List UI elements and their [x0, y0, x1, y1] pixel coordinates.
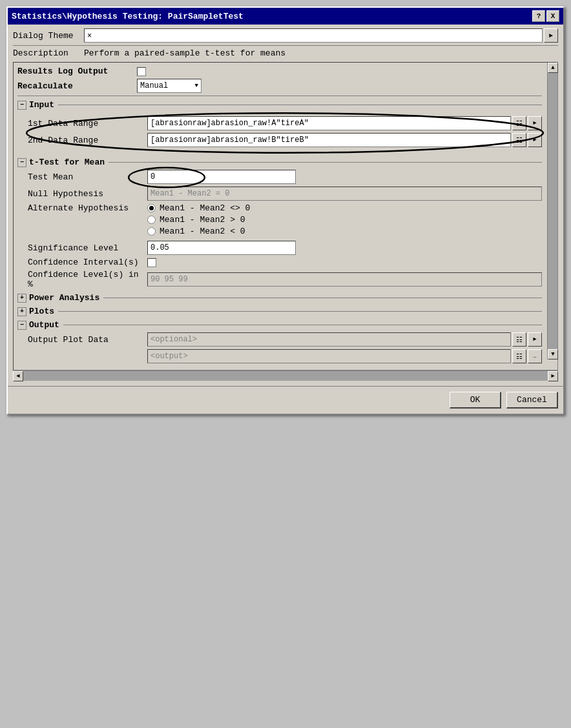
output-toggle[interactable]: − [17, 321, 26, 330]
input-section-header: − Input [17, 100, 542, 110]
bottom-bar: OK Cancel [8, 386, 563, 414]
output-second-select-btn[interactable]: ☷ [512, 349, 526, 363]
help-button[interactable]: ? [532, 10, 545, 22]
input-toggle[interactable]: − [17, 101, 26, 110]
recalculate-value: Manual [140, 81, 168, 90]
first-data-range-label: 1st Data Range [28, 119, 147, 128]
alternate-hypothesis-options: Mean1 - Mean2 <> 0 Mean1 - Mean2 > 0 Mea… [147, 203, 250, 238]
alternate-radio-3[interactable] [147, 227, 156, 236]
radio-inner-1 [149, 206, 154, 210]
scroll-track-h[interactable] [23, 371, 548, 381]
ttest-section-content: Test Mean Null Hypothesis [28, 170, 542, 289]
test-mean-input[interactable] [147, 170, 296, 184]
significance-level-input[interactable] [147, 241, 296, 255]
main-panel: Results Log Output Recalculate Manual ▼ … [13, 62, 558, 370]
vertical-scrollbar: ▲ ▼ [547, 63, 557, 359]
output-section-line [63, 325, 542, 325]
scroll-down-btn[interactable]: ▼ [548, 349, 558, 359]
input-section-label: Input [29, 100, 54, 110]
null-hypothesis-input [147, 187, 542, 201]
scroll-left-btn[interactable]: ◄ [13, 371, 23, 381]
first-data-range-arrow-btn[interactable]: ► [528, 116, 542, 130]
recalculate-dropdown[interactable]: Manual ▼ [137, 79, 202, 93]
power-analysis-toggle[interactable]: + [17, 294, 26, 303]
description-row: Description Perform a paired-sample t-te… [13, 48, 558, 58]
recalculate-row: Recalculate Manual ▼ [17, 79, 542, 93]
description-value: Perform a paired-sample t-test for means [84, 48, 286, 58]
alternate-hypothesis-label: Alternate Hypothesis [28, 203, 147, 213]
output-section-header: − Output [17, 320, 542, 330]
ttest-section-label: t-Test for Mean [29, 157, 105, 167]
scroll-right-btn[interactable]: ► [548, 371, 558, 381]
second-data-range-input[interactable] [147, 133, 511, 147]
data-ranges-container: 1st Data Range ☷ ► 2nd Data Range [28, 112, 542, 154]
output-section-content: Output Plot Data ☷ ► ☷ … [28, 332, 542, 363]
output-second-group: ☷ … [147, 349, 542, 363]
alternate-option-1-label: Mean1 - Mean2 <> 0 [160, 203, 250, 213]
null-hypothesis-label: Null Hypothesis [28, 189, 147, 199]
confidence-intervals-row: Confidence Interval(s) [28, 258, 542, 267]
alternate-option-1: Mean1 - Mean2 <> 0 [147, 203, 250, 213]
output-plot-data-arrow-btn[interactable]: ► [528, 332, 542, 347]
dialog-theme-label: Dialog Theme [13, 31, 84, 41]
results-log-checkbox[interactable] [137, 67, 146, 76]
null-hypothesis-row: Null Hypothesis [28, 187, 542, 201]
cancel-button[interactable]: Cancel [506, 392, 558, 409]
output-plot-data-input [147, 332, 511, 347]
test-mean-input-wrapper [147, 170, 296, 184]
first-data-range-input-group: ☷ ► [147, 116, 542, 130]
output-plot-data-row: Output Plot Data ☷ ► [28, 332, 542, 347]
confidence-levels-row: Confidence Level(s) in % [28, 270, 542, 289]
power-analysis-label: Power Analysis [29, 293, 99, 303]
title-bar-buttons: ? X [532, 10, 559, 22]
second-data-range-row: 2nd Data Range ☷ ► [28, 133, 542, 147]
first-data-range-select-btn[interactable]: ☷ [512, 116, 526, 130]
dropdown-arrow-icon: ▼ [195, 83, 198, 89]
ttest-section-line [109, 162, 542, 163]
output-second-arrow-btn[interactable]: … [528, 349, 542, 363]
alternate-radio-1[interactable] [147, 204, 156, 212]
significance-level-label: Significance Level [28, 243, 147, 253]
second-data-range-label: 2nd Data Range [28, 136, 147, 145]
close-button[interactable]: X [546, 10, 559, 22]
output-second-row: ☷ … [28, 349, 542, 363]
first-data-range-row: 1st Data Range ☷ ► [28, 116, 542, 130]
first-data-range-input[interactable] [147, 116, 511, 130]
plots-toggle[interactable]: + [17, 307, 26, 316]
scroll-track-v[interactable] [548, 73, 557, 349]
dialog-theme-arrow-btn[interactable]: ► [544, 28, 558, 43]
main-window: Statistics\Hypothesis Testing: PairSampl… [6, 6, 565, 415]
confidence-intervals-label: Confidence Interval(s) [28, 258, 147, 267]
description-label: Description [13, 48, 84, 58]
alternate-option-3: Mean1 - Mean2 < 0 [147, 227, 250, 236]
output-plot-data-group: ☷ ► [147, 332, 542, 347]
dialog-theme-row: Dialog Theme ► [13, 28, 558, 46]
recalculate-label: Recalculate [17, 81, 137, 91]
second-data-range-select-btn[interactable]: ☷ [512, 133, 526, 147]
output-plot-data-label: Output Plot Data [28, 335, 147, 345]
window-title: Statistics\Hypothesis Testing: PairSampl… [12, 12, 244, 21]
confidence-levels-input [147, 272, 542, 287]
dialog-theme-input[interactable] [84, 28, 543, 43]
alternate-radio-2[interactable] [147, 216, 156, 224]
inner-content: Results Log Output Recalculate Manual ▼ … [17, 66, 554, 363]
second-data-range-input-group: ☷ ► [147, 133, 542, 147]
test-mean-row: Test Mean [28, 170, 542, 184]
ttest-toggle[interactable]: − [17, 158, 26, 167]
confidence-levels-label: Confidence Level(s) in % [28, 270, 147, 289]
power-analysis-line [103, 298, 542, 298]
confidence-intervals-checkbox[interactable] [147, 258, 156, 267]
alternate-option-2: Mean1 - Mean2 > 0 [147, 215, 250, 225]
second-data-range-arrow-btn[interactable]: ► [528, 133, 542, 147]
scroll-up-btn[interactable]: ▲ [548, 63, 558, 73]
plots-label: Plots [29, 307, 54, 316]
results-log-label: Results Log Output [17, 66, 137, 76]
output-plot-data-select-btn[interactable]: ☷ [512, 332, 526, 347]
significance-level-row: Significance Level [28, 241, 542, 255]
ok-button[interactable]: OK [450, 392, 501, 409]
alternate-hypothesis-row: Alternate Hypothesis Mean1 - Mean2 <> 0 [28, 203, 542, 238]
alternate-option-3-label: Mean1 - Mean2 < 0 [160, 227, 245, 236]
input-section-content: 1st Data Range ☷ ► 2nd Data Range [28, 112, 542, 154]
output-second-input [147, 349, 511, 363]
plots-line [58, 311, 542, 312]
